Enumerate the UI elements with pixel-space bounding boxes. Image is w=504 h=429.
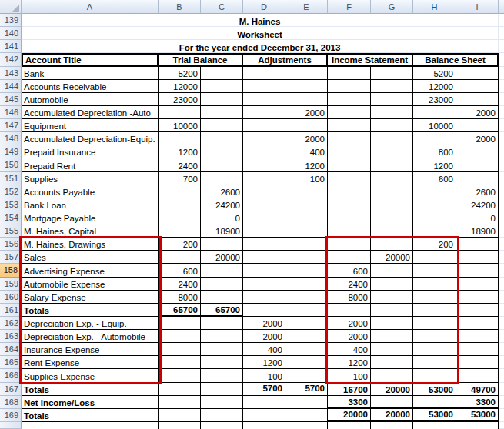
cell-G148[interactable] <box>371 132 413 145</box>
cell-C164[interactable] <box>201 343 243 356</box>
cell-A151[interactable]: Supplies <box>22 172 159 185</box>
cell-I161[interactable] <box>456 304 499 317</box>
cell-E167[interactable]: 5700 <box>285 383 328 396</box>
cell-I153[interactable]: 24200 <box>456 198 499 211</box>
row-header-160[interactable]: 160 <box>0 291 22 304</box>
cell-F146[interactable] <box>328 106 371 119</box>
cell-G150[interactable] <box>371 158 413 171</box>
cell-D164[interactable]: 400 <box>243 343 285 356</box>
cell-E163[interactable] <box>285 330 328 343</box>
cell-E154[interactable] <box>285 211 328 224</box>
cell-E144[interactable] <box>285 80 328 93</box>
cell-partial[interactable] <box>285 422 328 429</box>
cell-F168[interactable]: 3300 <box>328 396 371 409</box>
cell-G169[interactable]: 20000 <box>371 409 413 422</box>
select-all-corner[interactable] <box>0 0 22 14</box>
cell-B165[interactable] <box>159 356 201 369</box>
cell-A146[interactable]: Accumulated Depreciation -Auto <box>22 106 159 119</box>
col-header-C[interactable]: C <box>201 0 243 14</box>
cell-D160[interactable] <box>243 291 285 304</box>
cell-A168[interactable]: Net Income/Loss <box>22 396 159 409</box>
cell-I143[interactable] <box>456 67 499 80</box>
col-header-E[interactable]: E <box>285 0 328 14</box>
row-header-142[interactable]: 142 <box>0 53 22 66</box>
cell-H146[interactable] <box>413 106 456 119</box>
cell-H144[interactable]: 12000 <box>413 80 456 93</box>
row-header-162[interactable]: 162 <box>0 317 22 330</box>
cell-C152[interactable]: 2600 <box>201 185 243 198</box>
cell-E158[interactable] <box>285 264 328 277</box>
cell-F150[interactable] <box>328 158 371 171</box>
cell-I149[interactable] <box>456 145 499 158</box>
cell-I148[interactable]: 2000 <box>456 132 499 145</box>
cell-D154[interactable] <box>243 211 285 224</box>
cell-C161[interactable]: 65700 <box>201 304 243 317</box>
cell-partial[interactable] <box>328 422 371 429</box>
cell-C155[interactable]: 18900 <box>201 224 243 238</box>
cell-A152[interactable]: Accounts Payable <box>22 185 159 198</box>
cell-E162[interactable] <box>285 317 328 330</box>
cell-E145[interactable] <box>285 93 328 106</box>
cell-B163[interactable] <box>159 330 201 343</box>
cell-F154[interactable] <box>328 211 371 224</box>
cell-G152[interactable] <box>371 185 413 198</box>
cell-E147[interactable] <box>285 119 328 132</box>
cell-C153[interactable]: 24200 <box>201 198 243 211</box>
col-header-I[interactable]: I <box>456 0 499 14</box>
cell-D157[interactable] <box>243 251 285 264</box>
cell-B151[interactable]: 700 <box>159 172 201 185</box>
cell-I147[interactable] <box>456 119 499 132</box>
cell-B169[interactable] <box>159 409 201 422</box>
cell-F153[interactable] <box>328 198 371 211</box>
cell-B149[interactable]: 1200 <box>159 145 201 158</box>
cell-D143[interactable] <box>243 67 285 80</box>
row-header-169[interactable]: 169 <box>0 409 22 422</box>
cell-D166[interactable]: 100 <box>243 369 285 382</box>
cell-H151[interactable]: 600 <box>413 172 456 185</box>
cell-I166[interactable] <box>456 369 499 382</box>
cell-partial[interactable] <box>413 422 456 429</box>
cell-H169[interactable]: 53000 <box>413 409 456 422</box>
cell-E149[interactable]: 400 <box>285 145 328 158</box>
col-header-A[interactable]: A <box>22 0 159 14</box>
row-header-143[interactable]: 143 <box>0 67 22 80</box>
cell-partial[interactable] <box>243 422 285 429</box>
row-header-150[interactable]: 150 <box>0 158 22 171</box>
cell-E169[interactable] <box>285 409 328 422</box>
row-header-145[interactable]: 145 <box>0 93 22 106</box>
cell-I151[interactable] <box>456 172 499 185</box>
cell-I163[interactable] <box>456 330 499 343</box>
cell-F149[interactable] <box>328 145 371 158</box>
cell-B157[interactable] <box>159 251 201 264</box>
row-header-161[interactable]: 161 <box>0 304 22 317</box>
cell-G168[interactable] <box>371 396 413 409</box>
cell-C159[interactable] <box>201 278 243 291</box>
cell-D145[interactable] <box>243 93 285 106</box>
cell-H143[interactable]: 5200 <box>413 67 456 80</box>
cell-B145[interactable]: 23000 <box>159 93 201 106</box>
row-header-163[interactable]: 163 <box>0 330 22 343</box>
cell-A143[interactable]: Bank <box>22 67 159 80</box>
cell-C150[interactable] <box>201 158 243 171</box>
cell-C149[interactable] <box>201 145 243 158</box>
cell-I167[interactable]: 49700 <box>456 383 499 396</box>
header-group-1[interactable]: Adjustments <box>243 53 328 66</box>
cell-B152[interactable] <box>159 185 201 198</box>
cell-E166[interactable] <box>285 369 328 382</box>
cell-E150[interactable]: 1200 <box>285 158 328 171</box>
row-header-164[interactable]: 164 <box>0 343 22 356</box>
cell-B166[interactable] <box>159 369 201 382</box>
cell-H154[interactable] <box>413 211 456 224</box>
cell-partial[interactable] <box>159 422 201 429</box>
cell-D144[interactable] <box>243 80 285 93</box>
cell-E151[interactable]: 100 <box>285 172 328 185</box>
cell-B143[interactable]: 5200 <box>159 67 201 80</box>
cell-C158[interactable] <box>201 264 243 277</box>
cell-B155[interactable] <box>159 224 201 238</box>
cell-C165[interactable] <box>201 356 243 369</box>
cell-I168[interactable]: 3300 <box>456 396 499 409</box>
cell-C167[interactable] <box>201 383 243 396</box>
cell-D148[interactable] <box>243 132 285 145</box>
cell-I162[interactable] <box>456 317 499 330</box>
cell-C162[interactable] <box>201 317 243 330</box>
